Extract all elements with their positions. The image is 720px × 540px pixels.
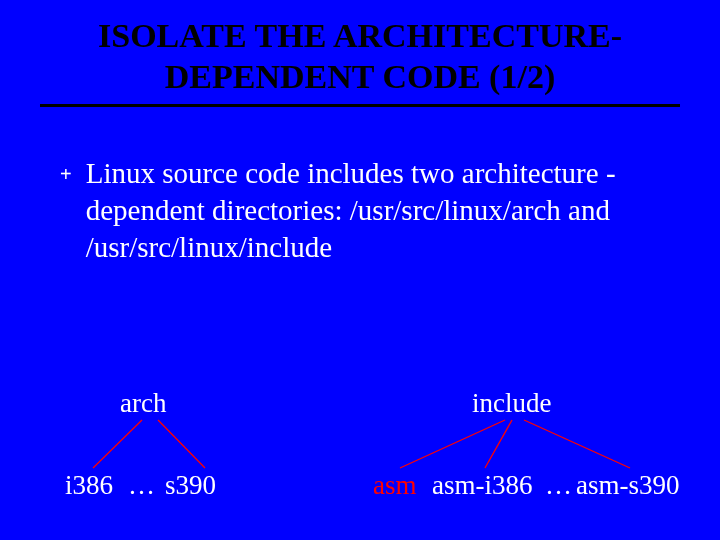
tree-leaf: …: [128, 470, 155, 501]
svg-line-1: [158, 420, 205, 468]
tree-leaf: asm-s390: [576, 470, 680, 501]
tree-leaf: s390: [165, 470, 216, 501]
tree-leaf: asm: [373, 470, 417, 501]
bullet-item: + Linux source code includes two archite…: [60, 155, 680, 266]
tree-leaf: asm-i386: [432, 470, 533, 501]
svg-line-4: [524, 420, 630, 468]
bullet-text: Linux source code includes two architect…: [86, 155, 656, 266]
tree-leaf: i386: [65, 470, 113, 501]
bullet-mark-icon: +: [60, 157, 72, 191]
tree-leaf: …: [545, 470, 572, 501]
svg-line-3: [485, 420, 512, 468]
svg-line-2: [400, 420, 505, 468]
tree-root-left: arch: [120, 388, 166, 419]
slide-title: ISOLATE THE ARCHITECTURE-DEPENDENT CODE …: [40, 16, 680, 107]
svg-line-0: [93, 420, 142, 468]
tree-root-right: include: [472, 388, 551, 419]
